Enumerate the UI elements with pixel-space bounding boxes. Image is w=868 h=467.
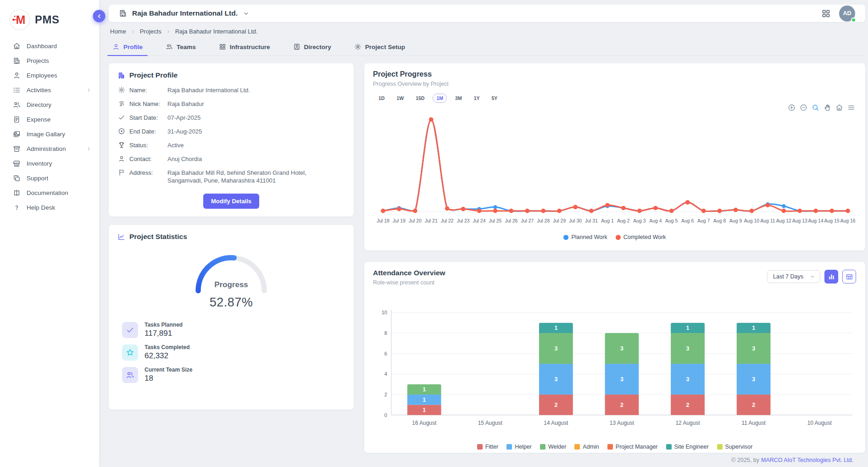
field-value: Active: [167, 141, 343, 149]
date-range-value: Last 7 Days: [773, 273, 803, 280]
reset-home-icon[interactable]: [835, 104, 843, 111]
sidebar: M PMS DashboardProjectsEmployeesActiviti…: [0, 0, 99, 467]
legend-item-site-engineer[interactable]: Site Engineer: [666, 444, 709, 450]
legend-item-helper[interactable]: Helper: [506, 444, 532, 450]
stat-label: Current Team Size: [145, 367, 192, 373]
range-selector: 1D1W15D1M3M1Y5Y: [375, 94, 857, 103]
zoom-in-icon[interactable]: [788, 104, 796, 111]
modify-details-button[interactable]: Modify Details: [203, 194, 259, 209]
svg-text:10: 10: [382, 310, 387, 315]
sidebar-item-label: Employees: [27, 72, 57, 79]
legend-item-welder[interactable]: Welder: [540, 444, 566, 450]
logo-text: PMS: [35, 13, 60, 26]
breadcrumb-item-projects[interactable]: Projects: [140, 28, 161, 35]
range-button-15d[interactable]: 15D: [412, 94, 428, 103]
fingerprint-icon: [118, 100, 125, 107]
svg-text:Aug 15: Aug 15: [824, 218, 840, 223]
svg-text:14 August: 14 August: [544, 420, 568, 426]
svg-text:3: 3: [620, 376, 623, 383]
date-range-select[interactable]: Last 7 Days: [767, 270, 820, 283]
gear-icon: [354, 43, 362, 50]
tab-directory[interactable]: Directory: [292, 40, 332, 56]
legend-label: Project Manager: [616, 444, 658, 450]
svg-text:Jul 18: Jul 18: [377, 218, 389, 223]
legend-label: Admin: [583, 444, 599, 450]
legend-item-project-manager[interactable]: Project Manager: [607, 444, 658, 450]
field-value: Anuj Chordia: [167, 155, 343, 163]
svg-text:3: 3: [686, 376, 690, 383]
legend-item-completed-work[interactable]: Completed Work: [616, 234, 666, 240]
range-button-1w[interactable]: 1W: [393, 94, 407, 103]
stat-value: 62,332: [145, 351, 189, 361]
range-button-3m[interactable]: 3M: [451, 94, 466, 103]
stat-list: Tasks Planned117,891Tasks Completed62,33…: [122, 322, 345, 383]
zoom-out-icon[interactable]: [800, 104, 807, 111]
badge-person-icon: [293, 43, 300, 50]
legend-item-admin[interactable]: Admin: [574, 444, 599, 450]
footer-company-link[interactable]: MARCO AIoT Technologies Pvt. Ltd.: [761, 457, 853, 463]
legend-item-fitter[interactable]: Fitter: [477, 444, 498, 450]
statistics-card-title: Project Statistics: [129, 233, 187, 241]
attendance-chart-canvas[interactable]: 024681016 August11115 August14 August233…: [373, 304, 857, 442]
selection-zoom-icon[interactable]: [812, 104, 819, 111]
project-profile-card: Project Profile Name:Raja Bahadur Intern…: [109, 63, 354, 217]
svg-text:Progress: Progress: [214, 280, 248, 289]
svg-text:M: M: [16, 13, 26, 26]
svg-text:0: 0: [384, 412, 387, 418]
svg-text:11 August: 11 August: [741, 420, 766, 426]
footer: © 2025, by MARCO AIoT Technologies Pvt. …: [109, 453, 865, 467]
sidebar-item-administration[interactable]: Administration: [0, 141, 99, 156]
apps-grid-icon[interactable]: [821, 9, 831, 18]
range-button-1d[interactable]: 1D: [375, 94, 388, 103]
range-button-1y[interactable]: 1Y: [470, 94, 484, 103]
company-selector[interactable]: Raja Bahadur International Ltd.: [119, 9, 250, 17]
sidebar-item-documentation[interactable]: Documentation: [0, 185, 99, 200]
range-button-1m[interactable]: 1M: [433, 94, 447, 103]
breadcrumb-item-home[interactable]: Home: [110, 28, 126, 35]
range-button-5y[interactable]: 5Y: [488, 94, 501, 103]
tab-infrastructure[interactable]: Infrastructure: [218, 40, 271, 56]
tab-teams[interactable]: Teams: [165, 40, 197, 56]
sidebar-collapse-button[interactable]: [93, 10, 106, 22]
sidebar-item-support[interactable]: Support: [0, 171, 99, 185]
user-avatar[interactable]: AD: [839, 6, 855, 22]
sidebar-item-employees[interactable]: Employees: [0, 68, 99, 83]
sidebar-item-projects[interactable]: Projects: [0, 53, 99, 68]
legend-swatch: [717, 444, 723, 450]
gauge-value: 52.87%: [210, 295, 253, 310]
person-icon: [112, 43, 120, 50]
table-view-toggle[interactable]: [842, 270, 856, 284]
tab-project-setup[interactable]: Project Setup: [353, 40, 406, 56]
legend-item-supervisor[interactable]: Supervisor: [717, 444, 753, 450]
tab-label: Project Setup: [365, 44, 405, 50]
right-column: Project Progress Progress Overview by Pr…: [364, 63, 865, 453]
bar-view-toggle[interactable]: [824, 270, 838, 284]
sidebar-item-label: Support: [27, 175, 48, 182]
sidebar-item-inventory[interactable]: Inventory: [0, 156, 99, 171]
sidebar-item-label: Inventory: [27, 160, 52, 167]
sidebar-item-directory[interactable]: Directory: [0, 97, 99, 112]
app-logo[interactable]: M PMS: [0, 6, 99, 39]
menu-icon[interactable]: [847, 104, 855, 111]
online-status-dot: [851, 17, 856, 22]
svg-text:Jul 20: Jul 20: [409, 218, 422, 223]
sidebar-item-dashboard[interactable]: Dashboard: [0, 39, 99, 53]
sidebar-item-label: Help Desk: [27, 204, 55, 211]
tab-profile[interactable]: Profile: [111, 40, 144, 56]
svg-text:1: 1: [554, 325, 557, 331]
svg-text:Aug 11: Aug 11: [760, 218, 775, 223]
legend-item-planned-work[interactable]: Planned Work: [563, 234, 607, 240]
legend-label: Completed Work: [623, 234, 666, 240]
chevron-right-icon: [86, 146, 92, 152]
project-statistics-card: Project Statistics Progress 52.87% Tasks…: [109, 225, 354, 410]
profile-field-contact-: Contact:Anuj Chordia: [118, 155, 345, 163]
sidebar-item-activities[interactable]: Activities: [0, 83, 99, 97]
left-column: Project Profile Name:Raja Bahadur Intern…: [109, 63, 354, 410]
sidebar-item-label: Dashboard: [27, 43, 57, 50]
sidebar-item-image-gallary[interactable]: Image Gallary: [0, 127, 99, 141]
sidebar-item-help-desk[interactable]: Help Desk: [0, 200, 99, 215]
pan-icon[interactable]: [823, 104, 831, 111]
sidebar-item-expense[interactable]: Expense: [0, 112, 99, 127]
progress-chart-canvas[interactable]: Jul 18Jul 19Jul 20Jul 21Jul 22Jul 23Jul …: [373, 106, 857, 232]
svg-text:Aug 4: Aug 4: [649, 218, 662, 223]
